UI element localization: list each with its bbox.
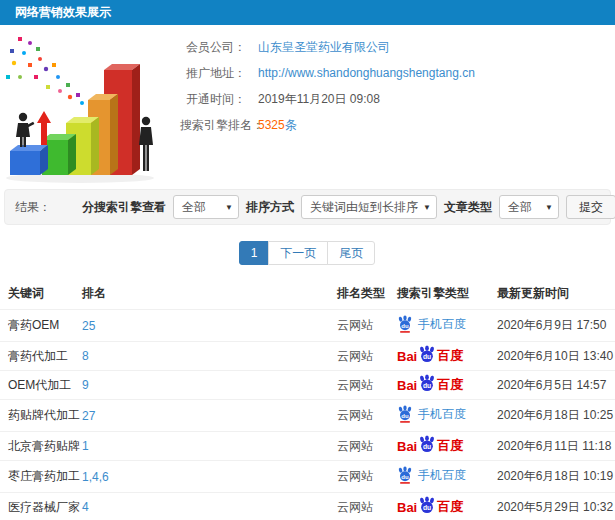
baidu-cn-text: 百度 [437,498,463,516]
baidu-du-text: du [423,382,431,389]
engine-rank-row: 搜索引擎排名： 5325条 [180,117,615,133]
baidu-paw-icon: du [418,435,436,453]
mobile-baidu-logo: du 手机百度 [397,466,466,484]
header-keyword: 关键词 [0,278,82,310]
rank-link[interactable]: 1,4,6 [82,470,109,484]
sort-filter-select[interactable]: 关键词由短到长排序 ▼ [301,195,437,219]
update-time-cell: 2020年5月29日 10:32 [497,493,615,520]
baidu-logo: Bai du 百度 [397,376,463,394]
chevron-down-icon: ▼ [545,196,553,220]
article-type-label: 文章类型 [444,199,492,216]
mobile-baidu-logo: du 手机百度 [397,315,466,333]
engine-filter-select[interactable]: 全部 ▼ [173,195,239,219]
sort-filter-label: 排序方式 [246,199,294,216]
keyword-cell: 膏药OEM [0,310,82,342]
update-time-cell: 2020年6月11日 11:18 [497,432,615,461]
promo-url-row: 推广地址： http://www.shandonghuangshengtang.… [180,65,615,81]
results-table: 关键词 排名 排名类型 搜索引擎类型 最新更新时间 膏药OEM 25 云网站 [0,278,615,520]
keyword-cell: 医疗器械厂家 [0,493,82,520]
engine-filter-label: 分搜索引擎查看 [82,199,166,216]
promo-url-label: 推广地址： [180,65,246,81]
baidu-cn-text: 百度 [437,437,463,455]
rank-type-cell: 云网站 [337,432,397,461]
filter-controls: 分搜索引擎查看 全部 ▼ 排序方式 关键词由短到长排序 ▼ 文章类型 全部 ▼ … [82,195,615,219]
table-row: 药贴牌代加工 27 云网站 du 手机百度 [0,400,615,432]
table-row: 北京膏药贴牌 1 云网站 Bai [0,432,615,461]
rank-link[interactable]: 27 [82,409,95,423]
bar-blue [10,145,48,175]
mobile-baidu-label: 手机百度 [418,406,466,423]
mobile-du-text: du [401,323,409,329]
member-company-link[interactable]: 山东皇圣堂药业有限公司 [258,39,390,55]
baidu-cn-text: 百度 [437,347,463,365]
page-last-button[interactable]: 尾页 [327,241,375,265]
engine-filter-value: 全部 [182,200,206,214]
baidu-paw-icon: du [418,374,436,392]
growth-chart-illustration [0,33,180,185]
mobile-du-text: du [401,413,409,419]
update-time-cell: 2020年6月5日 14:57 [497,371,615,400]
open-time-row: 开通时间： 2019年11月20日 09:08 [180,91,615,107]
rank-link[interactable]: 9 [82,378,89,392]
table-row: OEM代加工 9 云网站 Bai [0,371,615,400]
baidu-cn-text: 百度 [437,376,463,394]
member-info-list: 会员公司： 山东皇圣堂药业有限公司 推广地址： http://www.shand… [180,33,615,187]
update-time-cell: 2020年6月10日 13:40 [497,342,615,371]
member-info-section: 会员公司： 山东皇圣堂药业有限公司 推广地址： http://www.shand… [0,25,615,187]
header-update-time: 最新更新时间 [497,278,615,310]
header-rank: 排名 [82,278,337,310]
baidu-logo: Bai du 百度 [397,437,463,455]
header-engine-type: 搜索引擎类型 [397,278,497,310]
confetti-dots [6,37,96,111]
table-row: 枣庄膏药加工 1,4,6 云网站 du 手机百度 [0,461,615,493]
update-time-cell: 2020年6月18日 10:25 [497,400,615,432]
open-time-value: 2019年11月20日 09:08 [258,91,380,107]
member-company-label: 会员公司： [180,39,246,55]
baidu-paw-icon: du [397,315,413,333]
filter-bar: 结果： 分搜索引擎查看 全部 ▼ 排序方式 关键词由短到长排序 ▼ 文章类型 全… [4,189,611,225]
update-time-cell: 2020年6月9日 17:50 [497,310,615,342]
baidu-logo: Bai du 百度 [397,347,463,365]
page-title: 网络营销效果展示 [15,5,111,19]
rank-unit: 条 [285,118,297,132]
rank-link[interactable]: 1 [82,439,89,453]
rank-type-cell: 云网站 [337,371,397,400]
baidu-du-text: du [423,443,431,450]
update-time-cell: 2020年6月18日 10:19 [497,461,615,493]
rank-link[interactable]: 4 [82,500,89,514]
chevron-down-icon: ▼ [423,196,431,220]
page-next-button[interactable]: 下一页 [268,241,328,265]
chevron-down-icon: ▼ [225,196,233,220]
member-company-row: 会员公司： 山东皇圣堂药业有限公司 [180,39,615,55]
page-current[interactable]: 1 [239,241,270,265]
mobile-baidu-logo: du 手机百度 [397,405,466,423]
mobile-baidu-label: 手机百度 [418,316,466,333]
keyword-cell: OEM代加工 [0,371,82,400]
submit-button[interactable]: 提交 [566,195,615,219]
baidu-du-text: du [423,504,431,511]
rank-link[interactable]: 25 [82,319,95,333]
businessman-right [139,117,153,171]
baidu-bai-text: Bai [397,349,417,364]
result-label: 结果： [15,199,51,216]
article-type-select[interactable]: 全部 ▼ [499,195,559,219]
table-row: 膏药OEM 25 云网站 du 手机百度 [0,310,615,342]
rank-link[interactable]: 8 [82,349,89,363]
table-body: 膏药OEM 25 云网站 du 手机百度 [0,310,615,520]
baidu-du-text: du [423,353,431,360]
baidu-paw-icon: du [397,466,413,484]
baidu-bai-text: Bai [397,439,417,454]
engine-rank-value[interactable]: 5325条 [258,117,297,133]
rank-type-cell: 云网站 [337,342,397,371]
baidu-paw-icon: du [418,345,436,363]
baidu-logo: Bai du 百度 [397,498,463,516]
mobile-baidu-label: 手机百度 [418,467,466,484]
engine-rank-label: 搜索引擎排名： [180,117,246,133]
keyword-cell: 枣庄膏药加工 [0,461,82,493]
table-row: 膏药代加工 8 云网站 Bai [0,342,615,371]
table-row: 医疗器械厂家 4 云网站 Bai [0,493,615,520]
rank-type-cell: 云网站 [337,310,397,342]
promo-url-link[interactable]: http://www.shandonghuangshengtang.cn [258,65,475,81]
rank-type-cell: 云网站 [337,400,397,432]
baidu-bai-text: Bai [397,500,417,515]
